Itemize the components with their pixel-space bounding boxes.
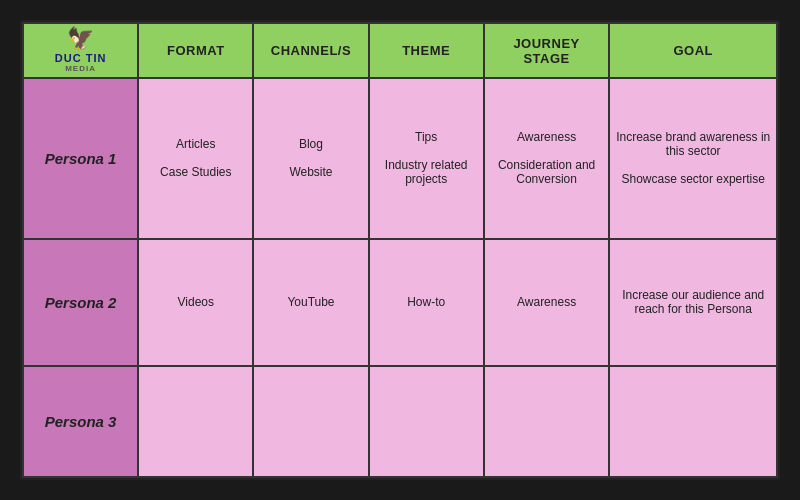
persona-2-channel: YouTube bbox=[253, 239, 368, 366]
persona-2-label: Persona 2 bbox=[23, 239, 138, 366]
persona-1-label: Persona 1 bbox=[23, 78, 138, 239]
persona-3-label: Persona 3 bbox=[23, 366, 138, 477]
logo-icon: 🦅 bbox=[67, 28, 95, 50]
logo-cell: 🦅 DUC TIN MEDIA bbox=[23, 23, 138, 78]
header-channel: Channel/s bbox=[253, 23, 368, 78]
persona-3-format bbox=[138, 366, 253, 477]
header-goal: Goal bbox=[609, 23, 777, 78]
header-theme: Theme bbox=[369, 23, 484, 78]
persona-1-goal: Increase brand awareness in this sectorS… bbox=[609, 78, 777, 239]
header-journey: Journey Stage bbox=[484, 23, 610, 78]
brand-name: DUC TIN bbox=[55, 52, 107, 64]
header-format: Format bbox=[138, 23, 253, 78]
persona-1-journey: AwarenessConsideration and Conversion bbox=[484, 78, 610, 239]
persona-3-journey bbox=[484, 366, 610, 477]
content-table: 🦅 DUC TIN MEDIA Format Channel/s Theme J… bbox=[20, 20, 780, 480]
brand-sub: MEDIA bbox=[65, 64, 96, 73]
persona-1-channel: BlogWebsite bbox=[253, 78, 368, 239]
persona-2-goal: Increase our audience and reach for this… bbox=[609, 239, 777, 366]
persona-3-theme bbox=[369, 366, 484, 477]
persona-3-channel bbox=[253, 366, 368, 477]
persona-2-format: Videos bbox=[138, 239, 253, 366]
persona-2-theme: How-to bbox=[369, 239, 484, 366]
persona-3-goal bbox=[609, 366, 777, 477]
persona-2-journey: Awareness bbox=[484, 239, 610, 366]
persona-1-theme: TipsIndustry related projects bbox=[369, 78, 484, 239]
persona-1-format: ArticlesCase Studies bbox=[138, 78, 253, 239]
